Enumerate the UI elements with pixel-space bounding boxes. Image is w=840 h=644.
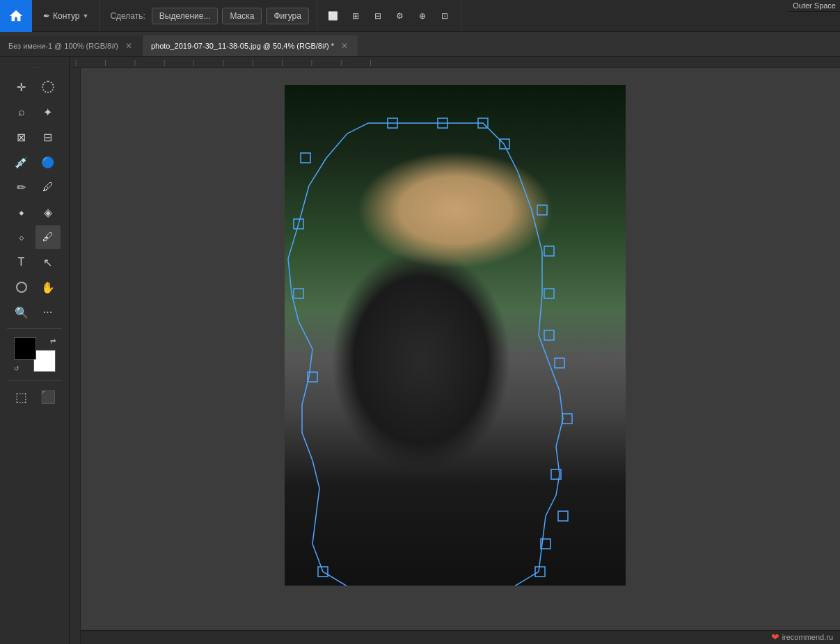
swap-colors-icon[interactable]: ⇄ — [50, 337, 56, 345]
make-group: Сделать: Выделение... Маска Фигура — [100, 0, 317, 31]
irecommend-badge: ❤ irecommend.ru — [771, 631, 833, 643]
canvas-area[interactable]: ||||||||||| — [70, 57, 840, 644]
frame-tool[interactable]: ⊟ — [35, 125, 61, 149]
toolbar-separator — [7, 328, 62, 329]
ruler-horizontal: ||||||||||| — [70, 57, 840, 68]
ruler-vertical — [70, 68, 81, 644]
spot-healing-icon: ✦ — [43, 106, 52, 119]
tool-row-8: T ↖ — [0, 250, 69, 274]
pen-tool-icon: 🖋 — [42, 231, 54, 243]
lasso-icon: ⌕ — [18, 106, 25, 118]
arrow-icon: ↖ — [43, 256, 52, 269]
hand-icon: ✋ — [41, 281, 55, 294]
make-label: Сделать: — [106, 11, 149, 21]
screen-mode-tool[interactable]: ⬛ — [35, 385, 61, 409]
tool-row-bottom: ⬚ ⬛ — [0, 385, 69, 409]
eraser-icon: ⬥ — [18, 206, 25, 218]
home-button[interactable] — [0, 0, 32, 32]
zoom-icon: 🔍 — [15, 306, 29, 319]
tab-label: Без имени-1 @ 100% (RGB/8#) — [8, 42, 118, 50]
tab-label-photo: photo_2019-07-30_11-38-05.jpg @ 50,4% (R… — [151, 42, 334, 50]
icon-buttons-group: ⬜ ⊞ ⊟ ⚙ ⊕ ⊡ — [317, 0, 461, 31]
brush-tool[interactable]: ✏ — [9, 175, 34, 199]
tool-row-10: 🔍 ··· — [0, 300, 69, 324]
tab-bar: Без имени-1 @ 100% (RGB/8#) ✕ photo_2019… — [0, 32, 840, 57]
ruler-marks: ||||||||||| — [70, 57, 840, 67]
heal-tool[interactable]: 🖊 — [35, 175, 61, 199]
tab-unnamed[interactable]: Без имени-1 @ 100% (RGB/8#) ✕ — [0, 35, 143, 56]
pen-tool-selector[interactable]: ✒ Контур ▼ — [38, 8, 94, 24]
hand-tool[interactable]: ✋ — [35, 275, 61, 299]
outer-space-label: Outer Space — [789, 0, 840, 12]
more-tool[interactable]: ··· — [35, 300, 61, 324]
eraser-tool[interactable]: ⬥ — [9, 200, 34, 224]
gradient-tool[interactable]: ◈ — [35, 200, 61, 224]
move-tool[interactable]: ✛ — [9, 75, 34, 99]
pen-tool[interactable]: 🖋 — [35, 225, 61, 249]
recommend-label: irecommend.ru — [782, 633, 833, 641]
foreground-color-swatch[interactable] — [14, 337, 36, 360]
background-color-swatch[interactable] — [33, 350, 56, 372]
tool-row-9: ✋ — [0, 275, 69, 299]
tool-label: Контур — [53, 11, 79, 21]
selection-button[interactable]: Выделение... — [152, 8, 219, 24]
brush-icon: ✏ — [17, 181, 26, 194]
frame-icon: ⊟ — [43, 131, 52, 144]
tab-photo[interactable]: photo_2019-07-30_11-38-05.jpg @ 50,4% (R… — [143, 35, 358, 56]
tool-row-1: ✛ — [0, 75, 69, 99]
settings-icon-btn[interactable]: ⚙ — [390, 6, 411, 26]
type-tool[interactable]: T — [9, 250, 34, 274]
align-left-icon-btn[interactable]: ⊞ — [345, 6, 366, 26]
tool-row-5: ✏ 🖊 — [0, 175, 69, 199]
tool-selector-group: ✒ Контур ▼ — [32, 0, 100, 31]
tab-close-unnamed[interactable]: ✕ — [124, 41, 134, 51]
add-icon-btn[interactable]: ⊕ — [412, 6, 433, 26]
spot-healing-tool[interactable]: ✦ — [35, 100, 61, 124]
tool-row-6: ⬥ ◈ — [0, 200, 69, 224]
status-bar: ❤ irecommend.ru — [70, 630, 840, 644]
photo-canvas — [285, 85, 626, 586]
eyedropper-icon: 💉 — [15, 156, 29, 169]
main-layout: · · · · ✛ ⌕ ✦ ⊠ ⊟ — [0, 57, 840, 644]
more-icon: ··· — [43, 306, 52, 319]
scroll-dots: · · · · — [29, 64, 41, 71]
quick-mask-tool[interactable]: ⬚ — [9, 385, 34, 409]
mask-button[interactable]: Маска — [222, 8, 262, 24]
heal-icon: 🖊 — [42, 181, 54, 193]
quick-mask-icon: ⬚ — [15, 389, 27, 405]
rectangle-tool-icon-btn[interactable]: ⬜ — [323, 6, 344, 26]
tool-row-4: 💉 🔵 — [0, 150, 69, 174]
tool-row-2: ⌕ ✦ — [0, 100, 69, 124]
pen-icon: ✒ — [43, 11, 50, 21]
zoom-tool[interactable]: 🔍 — [9, 300, 34, 324]
lasso-tool[interactable]: ⌕ — [9, 100, 34, 124]
toolbar-separator-2 — [7, 380, 62, 381]
canvas-wrapper — [285, 85, 626, 586]
layers-icon-btn[interactable]: ⊟ — [367, 6, 388, 26]
eyedropper-tool[interactable]: 💉 — [9, 150, 34, 174]
gradient-icon: ◈ — [44, 206, 52, 219]
crop-tool[interactable]: ⊠ — [9, 125, 34, 149]
dodge-tool[interactable]: ⬦ — [9, 225, 34, 249]
recommend-icon: ❤ — [771, 631, 779, 643]
marquee-tool[interactable] — [35, 75, 61, 99]
marquee-icon — [42, 81, 54, 93]
crop-icon: ⊠ — [17, 131, 26, 144]
left-toolbar: · · · · ✛ ⌕ ✦ ⊠ ⊟ — [0, 57, 70, 644]
dropdown-arrow-icon: ▼ — [82, 13, 88, 19]
type-icon: T — [18, 256, 25, 268]
shape-button[interactable]: Фигура — [266, 8, 308, 24]
stamp-icon: 🔵 — [41, 156, 55, 169]
home-icon — [8, 8, 24, 24]
shape-tool[interactable] — [9, 275, 34, 299]
arrow-tool[interactable]: ↖ — [35, 250, 61, 274]
toolbar-scroll-indicator: · · · · — [0, 63, 69, 72]
stamp-tool[interactable]: 🔵 — [35, 150, 61, 174]
grid-icon-btn[interactable]: ⊡ — [434, 6, 455, 26]
tab-close-photo[interactable]: ✕ — [340, 41, 349, 51]
tool-row-3: ⊠ ⊟ — [0, 125, 69, 149]
dodge-icon: ⬦ — [18, 231, 25, 243]
default-colors-icon[interactable]: ↺ — [14, 365, 19, 372]
menu-bar: ✒ Контур ▼ Сделать: Выделение... Маска Ф… — [0, 0, 840, 32]
shape-tool-icon — [16, 282, 27, 293]
